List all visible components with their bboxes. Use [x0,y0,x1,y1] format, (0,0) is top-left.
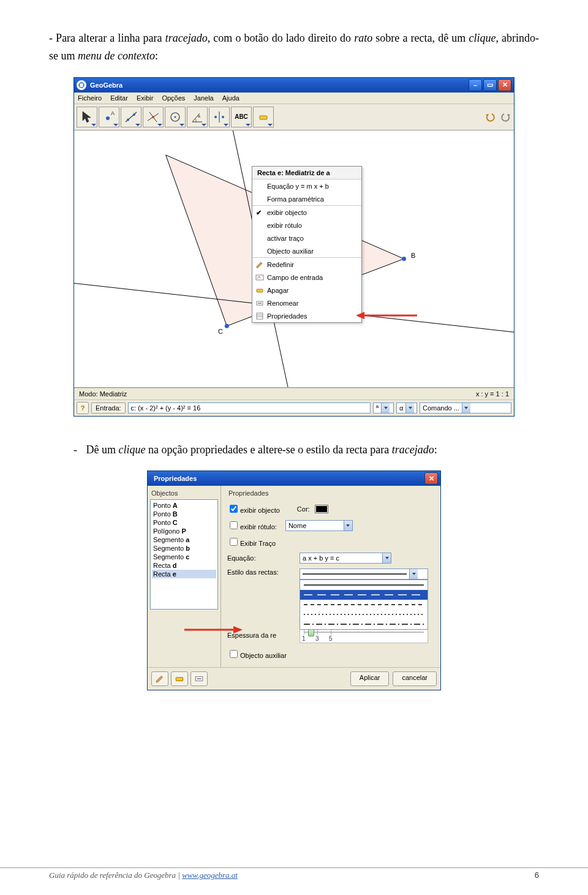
ctx-properties[interactable]: Propriedades [252,309,361,322]
text-em: tracejado, [165,32,211,44]
footer-link[interactable]: www.geogebra.at [182,870,238,880]
svg-marker-43 [233,626,243,633]
line-icon [124,110,138,124]
svg-point-17 [222,116,224,118]
line-style-combo[interactable] [300,568,428,580]
menu-opcoes[interactable]: Opções [162,94,185,102]
tool-point[interactable]: A [99,107,119,127]
menu-editar[interactable]: Editar [110,94,128,102]
minimize-button[interactable]: – [469,79,482,91]
tool-angle[interactable]: a [187,107,208,127]
cancel-button[interactable]: cancelar [393,671,437,686]
tool-circle[interactable] [165,107,186,127]
svg-point-25 [402,257,406,261]
window-title: GeoGebra [90,81,469,89]
close-button[interactable]: ✕ [498,79,511,91]
paragraph-step2: - Dê um clique na opção propriedades e a… [74,441,539,459]
list-item[interactable]: Recta d [152,561,216,570]
color-label: Cor: [297,505,310,513]
list-item-selected[interactable]: Recta e [152,570,216,578]
list-item[interactable]: Ponto B [152,510,216,518]
equation-combo[interactable]: a x + b y = c [300,553,391,564]
status-mode: Modo: Mediatriz [79,390,127,398]
properties-icon [255,312,264,320]
ctx-input-field[interactable]: Campo de entrada [252,271,361,284]
ctx-delete[interactable]: Apagar [252,284,361,296]
apply-button[interactable]: Aplicar [350,671,390,686]
tool-reflect[interactable] [209,107,230,127]
help-button[interactable]: ? [77,402,89,414]
list-item[interactable]: Ponto C [152,518,216,527]
list-item[interactable]: Polígono P [152,527,216,535]
style-dot[interactable] [300,610,428,619]
show-trace-checkbox[interactable]: Exibir Traço [227,536,276,548]
ctx-show-object[interactable]: ✔exibir objecto [252,206,361,219]
tool-text[interactable]: ABC [231,107,252,127]
svg-point-7 [127,118,129,121]
tool-erase[interactable] [253,107,274,127]
geogebra-window: GeoGebra – ▭ ✕ Ficheiro Editar Exibir Op… [74,77,514,417]
exponent-combo[interactable]: ª [373,402,394,414]
ctx-trace[interactable]: activar traço [252,232,361,244]
svg-point-3 [81,82,82,83]
toolbar: A a ABC [74,104,514,130]
ctx-aux-object[interactable]: Objecto auxiliar [252,244,361,257]
svg-point-11 [152,116,154,118]
drawing-canvas[interactable]: B C Recta e: Mediatriz de a Equação y = … [74,130,514,388]
redo-icon[interactable] [500,111,511,123]
tool-perpendicular[interactable] [143,107,164,127]
list-item[interactable]: Segmento a [152,535,216,544]
show-object-checkbox[interactable]: exibir objecto [227,503,280,515]
style-dash-dot[interactable] [300,619,428,629]
label-mode-combo[interactable]: Nome [285,520,353,531]
redefine-tool-button[interactable] [151,671,168,686]
input-label: Entrada: [91,402,126,414]
ctx-show-label[interactable]: exibir rótulo [252,219,361,232]
svg-rect-44 [176,678,183,681]
menu-exibir[interactable]: Exibir [137,94,154,102]
rename-tool-button[interactable] [190,671,208,686]
menu-ficheiro[interactable]: Ficheiro [78,94,102,102]
input-field[interactable] [128,402,371,414]
statusbar: Modo: Mediatriz x : y = 1 : 1 [74,388,514,399]
greek-combo[interactable]: α [396,402,417,414]
menu-ajuda[interactable]: Ajuda [222,94,239,102]
objects-list[interactable]: Ponto A Ponto B Ponto C Polígono P Segme… [150,499,218,610]
objects-header: Objectos [151,489,218,497]
text-icon: ABC [235,113,248,120]
text: : [434,444,437,456]
line-style-dropdown[interactable] [300,580,428,630]
ctx-equation-y[interactable]: Equação y = m x + b [252,179,361,192]
dialog-close-button[interactable]: ✕ [424,472,438,485]
aux-object-checkbox[interactable]: Objecto auxiliar [227,648,287,660]
color-picker[interactable] [315,505,328,513]
list-item[interactable]: Segmento b [152,544,216,553]
svg-rect-31 [257,313,263,319]
show-label-checkbox[interactable]: exibir rótulo: [227,519,277,531]
svg-point-1 [79,85,80,86]
style-short-dash[interactable] [300,600,428,610]
list-item[interactable]: Ponto A [152,501,216,510]
tool-pointer[interactable] [77,107,97,127]
ctx-redefine[interactable]: Redefinir [252,258,361,271]
ctx-parametric[interactable]: Forma paramétrica [252,192,361,205]
pointer-icon [80,110,94,124]
titlebar: GeoGebra – ▭ ✕ [74,78,514,93]
command-combo[interactable]: Comando ... [420,402,511,414]
delete-tool-button[interactable] [171,671,188,686]
ctx-rename[interactable]: Renomear [252,296,361,309]
perpendicular-icon [146,110,160,124]
style-long-dash[interactable] [300,590,428,600]
text: - Para alterar a linha para [49,32,165,44]
app-icon [77,80,86,90]
tool-line[interactable] [121,107,141,127]
undo-icon[interactable] [484,111,496,123]
list-item[interactable]: Segmento c [152,553,216,561]
svg-point-8 [133,113,135,116]
point-icon: A [102,110,116,124]
style-solid[interactable] [300,580,428,590]
properties-header: Propriedades [228,489,434,497]
menu-janela[interactable]: Janela [194,94,213,102]
maximize-button[interactable]: ▭ [483,79,497,91]
svg-point-13 [175,116,176,118]
